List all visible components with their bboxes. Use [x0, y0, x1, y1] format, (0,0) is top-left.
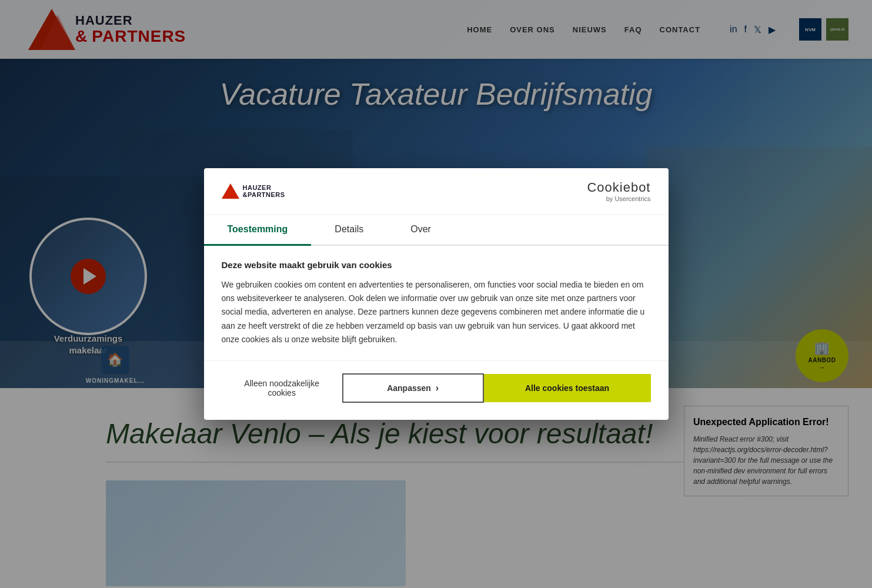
modal-body: Deze website maakt gebruik van cookies W… — [204, 246, 669, 360]
chevron-right-icon: › — [436, 383, 439, 393]
svg-marker-5 — [222, 183, 239, 199]
btn-accept-all-cookies[interactable]: Alle cookies toestaan — [484, 374, 651, 402]
cookie-modal-overlay: HAUZER &PARTNERS Cookiebot by Usercentri… — [0, 0, 872, 588]
tab-details[interactable]: Details — [311, 215, 387, 246]
modal-header: HAUZER &PARTNERS Cookiebot by Usercentri… — [204, 168, 669, 215]
modal-logo: HAUZER &PARTNERS — [222, 183, 285, 199]
cookie-consent-title: Deze website maakt gebruik van cookies — [222, 260, 651, 270]
cookiebot-logo: Cookiebot by Usercentrics — [587, 180, 650, 202]
modal-footer: Alleen noodzakelijke cookies Aanpassen ›… — [204, 360, 669, 420]
btn-minimal-cookies[interactable]: Alleen noodzakelijke cookies — [222, 370, 342, 406]
modal-logo-text2: &PARTNERS — [243, 191, 285, 198]
cookiebot-sub: by Usercentrics — [606, 195, 651, 202]
btn-customize-cookies[interactable]: Aanpassen › — [342, 373, 484, 403]
cookie-modal: HAUZER &PARTNERS Cookiebot by Usercentri… — [204, 168, 669, 419]
cookie-consent-text: We gebruiken cookies om content en adver… — [222, 278, 651, 346]
tab-toestemming[interactable]: Toestemming — [204, 215, 312, 246]
tab-over[interactable]: Over — [387, 215, 455, 246]
modal-tabs: Toestemming Details Over — [204, 215, 669, 246]
modal-logo-text1: HAUZER — [243, 184, 285, 191]
cookiebot-name: Cookiebot — [587, 180, 650, 195]
